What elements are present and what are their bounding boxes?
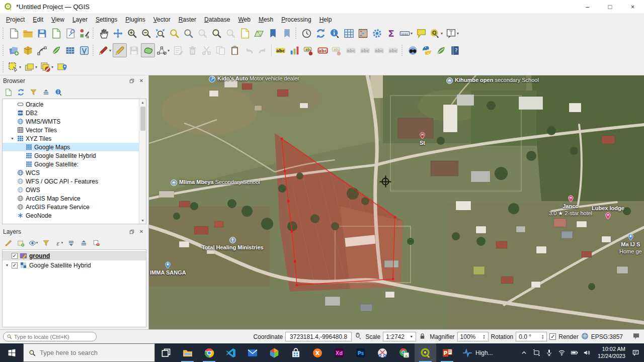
speaker-icon[interactable] [583, 349, 591, 357]
microphone-icon[interactable] [545, 349, 553, 357]
extents-icon[interactable] [354, 332, 363, 341]
browser-item-google-maps[interactable]: Google Maps [3, 143, 146, 151]
btn-new-temporary-layer[interactable] [77, 43, 91, 57]
spinner-arrows-icon[interactable]: ▲▼ [483, 334, 486, 339]
browser-item-oracle[interactable]: Oracle [3, 100, 146, 109]
magnifier-spinner[interactable]: 100%▲▼ [457, 332, 489, 341]
btn-new-map-view[interactable] [237, 26, 252, 40]
btn-processing-toolbox[interactable] [370, 26, 384, 40]
btn-new-shapefile-layer[interactable] [35, 43, 49, 57]
btn-quickmapservices[interactable] [434, 43, 448, 57]
btn-open-project[interactable] [21, 26, 35, 40]
btn-undo[interactable] [242, 43, 256, 57]
btn-copy-features[interactable] [213, 43, 227, 57]
menu-item[interactable]: Database [200, 15, 234, 24]
btn-map-tips[interactable] [414, 26, 428, 40]
btn-save-project[interactable] [35, 26, 49, 40]
menu-item[interactable]: Raster [175, 15, 200, 24]
app-task-view[interactable] [155, 343, 177, 362]
btn-python-console[interactable] [420, 43, 434, 57]
layers-close-button[interactable]: ✕ [137, 228, 145, 235]
pbtn-collapse-all-layers[interactable] [78, 238, 89, 248]
pbtn-add-selected-layers[interactable] [3, 87, 14, 97]
btn-zoom-out[interactable] [139, 26, 153, 40]
crs-globe-icon[interactable] [581, 332, 590, 341]
btn-select-by-location[interactable] [55, 60, 69, 74]
menu-item[interactable]: Plugins [121, 15, 149, 24]
rotation-spinner[interactable]: 0.0 °▲▼ [516, 332, 547, 341]
pbtn-open-layer-styling[interactable] [3, 238, 14, 248]
scale-combo[interactable]: 1:2742▼ [383, 332, 416, 341]
btn-save-layer-edits[interactable] [127, 43, 141, 57]
btn-new-geopackage-layer[interactable] [49, 43, 63, 57]
toolbar-drag-handle[interactable] [3, 45, 5, 56]
layers-float-button[interactable] [128, 228, 136, 235]
battery-icon[interactable] [571, 349, 579, 357]
browser-item-google-satellite-hybrid[interactable]: Google Satellite Hybrid [3, 151, 146, 160]
btn-highlight-pinned-labels[interactable] [344, 43, 358, 57]
btn-show-spatial-bookmarks[interactable] [280, 26, 294, 40]
taskbar-clock[interactable]: 10:02 AM 12/24/2023 [596, 346, 627, 360]
btn-delete-selected[interactable] [185, 43, 199, 57]
btn-layout-manager[interactable] [63, 26, 77, 40]
btn-add-polygon-feature[interactable] [141, 43, 155, 57]
coordinate-value[interactable]: 3723181.4,-996480.8 [285, 332, 352, 341]
browser-item-xyz-tiles[interactable]: ▾ XYZ Tiles [3, 134, 146, 143]
btn-layer-styling[interactable] [287, 43, 301, 57]
btn-current-edits[interactable] [97, 43, 113, 57]
pbtn-browser-properties[interactable] [53, 87, 64, 97]
menu-item[interactable]: Project [2, 15, 29, 24]
app-adobe-xd[interactable] [328, 343, 350, 362]
start-button[interactable] [0, 343, 23, 362]
maximize-button[interactable]: □ [599, 0, 621, 14]
btn-new-spatial-bookmark[interactable] [266, 26, 280, 40]
btn-new-virtual-layer[interactable] [63, 43, 77, 57]
browser-scrollbar[interactable]: ▲ ▼ [139, 99, 146, 224]
browser-item-wms[interactable]: WMS/WMTS [3, 117, 146, 126]
btn-paste-features[interactable] [227, 43, 242, 57]
toolbar-drag-handle[interactable] [295, 28, 298, 39]
app-file-explorer[interactable] [177, 343, 198, 362]
scrollbar-thumb[interactable] [140, 107, 145, 131]
btn-refresh-map[interactable] [313, 26, 328, 40]
btn-select-features[interactable] [7, 60, 23, 74]
menu-item[interactable]: Settings [92, 15, 121, 24]
btn-deselect-features[interactable] [39, 60, 55, 74]
btn-style-manager[interactable] [77, 26, 91, 40]
menu-item[interactable]: View [47, 15, 68, 24]
toolbar-drag-handle[interactable] [401, 45, 404, 56]
btn-pin-labels[interactable] [330, 43, 344, 57]
btn-text-annotation[interactable] [444, 26, 460, 40]
menu-item[interactable]: Layer [68, 15, 92, 24]
app-gmaps-downloader[interactable] [393, 343, 415, 362]
layer-google-satellite-hybrid[interactable]: ▾ Google Satellite Hybrid [3, 260, 146, 270]
app-powerpoint[interactable] [436, 343, 458, 362]
app-qgis[interactable] [415, 343, 436, 362]
btn-data-source-manager[interactable] [7, 43, 21, 57]
app-mail[interactable] [242, 343, 263, 362]
pbtn-filter-browser[interactable] [28, 87, 39, 97]
menu-item[interactable]: Processing [277, 15, 315, 24]
screen-clip-icon[interactable] [533, 349, 541, 357]
btn-zoom-next[interactable] [223, 26, 237, 40]
browser-item-vector-tiles[interactable]: Vector Tiles [3, 126, 146, 134]
btn-modify-attributes[interactable] [171, 43, 185, 57]
pbtn-collapse-all[interactable] [40, 87, 51, 97]
btn-show-statistics[interactable] [384, 26, 398, 40]
app-photoshop[interactable] [350, 343, 371, 362]
app-office[interactable] [263, 343, 285, 362]
btn-zoom-to-selection[interactable] [167, 26, 181, 40]
browser-close-button[interactable]: ✕ [137, 77, 145, 84]
browser-item-wcs[interactable]: WCS [3, 168, 146, 177]
browser-float-button[interactable] [128, 77, 136, 84]
browser-item-google-satellite[interactable]: Google Satellite: [3, 160, 146, 168]
btn-rotate-label[interactable] [372, 43, 386, 57]
menu-item[interactable]: Help [315, 15, 336, 24]
layer-visibility-checkbox[interactable] [12, 253, 18, 259]
app-highlight[interactable]: High... [458, 343, 497, 362]
app-chrome[interactable] [198, 343, 220, 362]
pbtn-expand-all[interactable] [65, 238, 76, 248]
pbtn-filter-legend[interactable] [40, 238, 51, 248]
btn-change-label[interactable] [386, 43, 400, 57]
menu-item[interactable]: Mesh [255, 15, 277, 24]
